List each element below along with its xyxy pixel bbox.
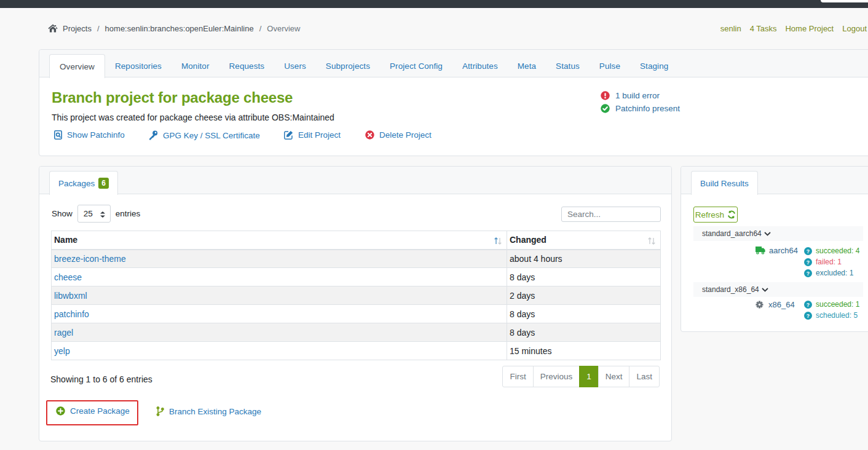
svg-text:?: ?	[807, 248, 810, 254]
svg-text:?: ?	[807, 312, 810, 318]
svg-text:?: ?	[807, 270, 810, 276]
svg-text:?: ?	[807, 259, 810, 265]
svg-text:?: ?	[807, 301, 810, 307]
